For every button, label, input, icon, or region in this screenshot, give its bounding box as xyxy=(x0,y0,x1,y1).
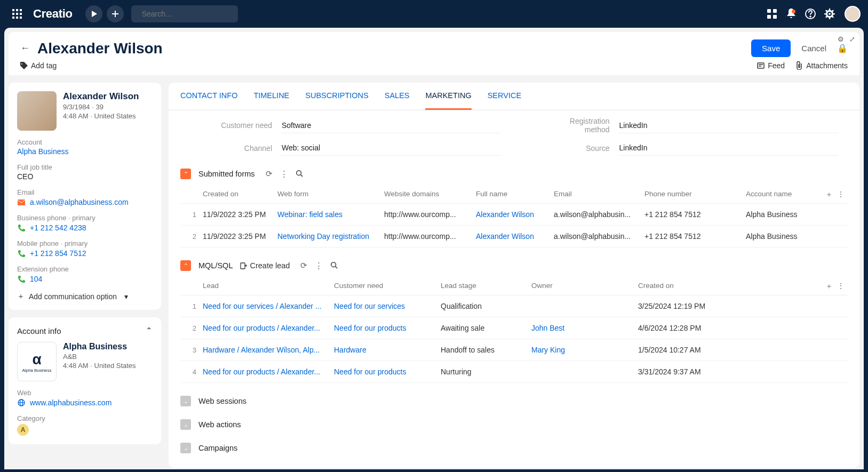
tab-sales[interactable]: SALES xyxy=(385,83,410,110)
expand-section-button[interactable]: ⌄ xyxy=(180,396,191,406)
fullname-link[interactable]: Alexander Wilson xyxy=(476,210,554,219)
table-row[interactable]: 4 Need for our products / Alexander... N… xyxy=(180,361,848,383)
help-icon[interactable] xyxy=(801,4,820,23)
expand-icon[interactable]: ⤢ xyxy=(849,35,855,43)
collapse-forms-button[interactable]: ⌃ xyxy=(180,169,191,179)
table-row[interactable]: 2 11/9/2022 3:25 PM Networking Day regis… xyxy=(180,226,848,247)
lead-link[interactable]: Hardware / Alexander Wilson, Alp... xyxy=(203,346,334,354)
collapse-leads-button[interactable]: ⌃ xyxy=(180,260,191,271)
refresh-icon[interactable]: ⟳ xyxy=(300,261,307,270)
need-link[interactable]: Need for our services xyxy=(334,302,441,310)
biz-phone-link[interactable]: +1 212 542 4238 xyxy=(30,223,86,232)
search-input[interactable] xyxy=(142,10,235,18)
owner-link[interactable]: Mary King xyxy=(531,346,638,354)
col-account[interactable]: Account name xyxy=(746,190,826,198)
expand-section-button[interactable]: ⌄ xyxy=(180,419,191,430)
table-row[interactable]: 1 Need for our services / Alexander ... … xyxy=(180,295,848,317)
email-link[interactable]: a.wilson@alphabusiness.com xyxy=(30,198,129,206)
global-search[interactable] xyxy=(131,5,238,22)
account-time-loc: 4:48 AM · United States xyxy=(63,362,136,370)
more-icon[interactable]: ⋮ xyxy=(280,170,288,178)
fullname-link[interactable]: Alexander Wilson xyxy=(476,232,554,241)
column-menu-icon[interactable]: ⋮ xyxy=(837,282,845,290)
col-email[interactable]: Email xyxy=(554,190,644,198)
email-icon xyxy=(17,199,26,205)
contact-avatar[interactable] xyxy=(17,91,57,131)
more-icon[interactable]: ⋮ xyxy=(315,261,323,270)
source-value[interactable]: LinkedIn xyxy=(618,140,839,156)
add-tag-button[interactable]: Add tag xyxy=(20,61,57,70)
apps-icon[interactable] xyxy=(7,4,27,23)
tab-timeline[interactable]: TIMELINE xyxy=(253,83,289,110)
customer-need-value[interactable]: Software xyxy=(281,118,501,133)
account-link[interactable]: Alpha Business xyxy=(17,147,153,156)
need-link[interactable]: Need for our products xyxy=(334,367,441,376)
account-logo[interactable]: α Alpha Business xyxy=(17,342,57,381)
save-button[interactable]: Save xyxy=(751,39,791,57)
need-link[interactable]: Hardware xyxy=(334,346,441,354)
source-label: Source xyxy=(544,144,618,153)
col-stage[interactable]: Lead stage xyxy=(441,282,531,290)
lead-link[interactable]: Need for our services / Alexander ... xyxy=(203,302,334,310)
webform-link[interactable]: Networking Day registration xyxy=(277,232,384,241)
feed-link[interactable]: Feed xyxy=(757,61,785,70)
col-lead[interactable]: Lead xyxy=(203,282,334,290)
table-row[interactable]: 1 11/9/2022 3:25 PM Webinar: field sales… xyxy=(180,204,848,226)
create-lead-button[interactable]: Create lead xyxy=(240,261,290,270)
col-need[interactable]: Customer need xyxy=(334,282,441,290)
expand-section-button[interactable]: ⌄ xyxy=(180,443,191,453)
tab-marketing[interactable]: MARKETING xyxy=(425,83,471,110)
account-name[interactable]: Alpha Business xyxy=(63,342,136,351)
contact-dob: 9/3/1984 · 39 xyxy=(63,103,139,111)
add-column-icon[interactable]: ＋ xyxy=(825,190,833,199)
table-row[interactable]: 2 Need for our products / Alexander... N… xyxy=(180,317,848,339)
lock-icon[interactable]: 🔒 xyxy=(837,43,848,53)
table-row[interactable]: 3 Hardware / Alexander Wilson, Alp... Ha… xyxy=(180,339,848,361)
mob-phone-link[interactable]: +1 212 854 7512 xyxy=(30,249,86,258)
collapse-icon[interactable]: ⌃ xyxy=(146,326,153,335)
web-link[interactable]: www.alphabusiness.com xyxy=(30,398,112,407)
attachments-link[interactable]: Attachments xyxy=(795,61,848,70)
search-icon[interactable] xyxy=(296,170,303,178)
add-communication-button[interactable]: ＋ Add communication option ▾ xyxy=(17,292,153,301)
tab-subscriptions[interactable]: SUBSCRIPTIONS xyxy=(305,83,368,110)
main-content: CONTACT INFOTIMELINESUBSCRIPTIONSSALESMA… xyxy=(169,83,859,468)
marketplace-icon[interactable] xyxy=(762,4,782,23)
add-column-icon[interactable]: ＋ xyxy=(825,282,833,291)
play-button[interactable] xyxy=(85,5,102,22)
col-created[interactable]: Created on xyxy=(203,190,277,198)
refresh-icon[interactable]: ⟳ xyxy=(266,170,273,178)
col-fullname[interactable]: Full name xyxy=(476,190,554,198)
lead-link[interactable]: Need for our products / Alexander... xyxy=(203,324,334,332)
channel-value[interactable]: Web: social xyxy=(281,140,501,156)
contact-name: Alexander Wilson xyxy=(63,91,139,102)
column-menu-icon[interactable]: ⋮ xyxy=(837,190,845,198)
webform-link[interactable]: Webinar: field sales xyxy=(277,210,384,219)
owner-link[interactable]: John Best xyxy=(531,324,638,332)
col-phone[interactable]: Phone number xyxy=(644,190,746,198)
ext-link[interactable]: 104 xyxy=(30,275,42,283)
col-webform[interactable]: Web form xyxy=(277,190,384,198)
cancel-button[interactable]: Cancel xyxy=(798,39,830,57)
user-avatar[interactable] xyxy=(845,6,861,22)
lead-link[interactable]: Need for our products / Alexander... xyxy=(203,367,334,376)
svg-rect-7 xyxy=(16,17,18,19)
add-button[interactable] xyxy=(107,5,124,22)
account-code: A&B xyxy=(63,353,136,361)
svg-rect-4 xyxy=(16,13,18,15)
search-icon[interactable] xyxy=(330,261,338,270)
back-button[interactable]: ← xyxy=(20,43,30,54)
col-domain[interactable]: Website domains xyxy=(384,190,476,198)
notifications-icon[interactable] xyxy=(782,4,801,23)
page-settings-icon[interactable]: ⚙ xyxy=(838,35,844,43)
contact-time-loc: 4:48 AM · United States xyxy=(63,112,139,120)
reg-method-value[interactable]: LinkedIn xyxy=(618,118,839,133)
customer-need-label: Customer need xyxy=(206,121,281,130)
col-owner[interactable]: Owner xyxy=(531,282,638,290)
col-created[interactable]: Created on xyxy=(638,282,745,290)
tab-service[interactable]: SERVICE xyxy=(488,83,521,110)
tab-contact-info[interactable]: CONTACT INFO xyxy=(180,83,237,110)
svg-rect-14 xyxy=(773,9,777,13)
settings-icon[interactable] xyxy=(820,4,839,23)
need-link[interactable]: Need for our products xyxy=(334,324,441,332)
